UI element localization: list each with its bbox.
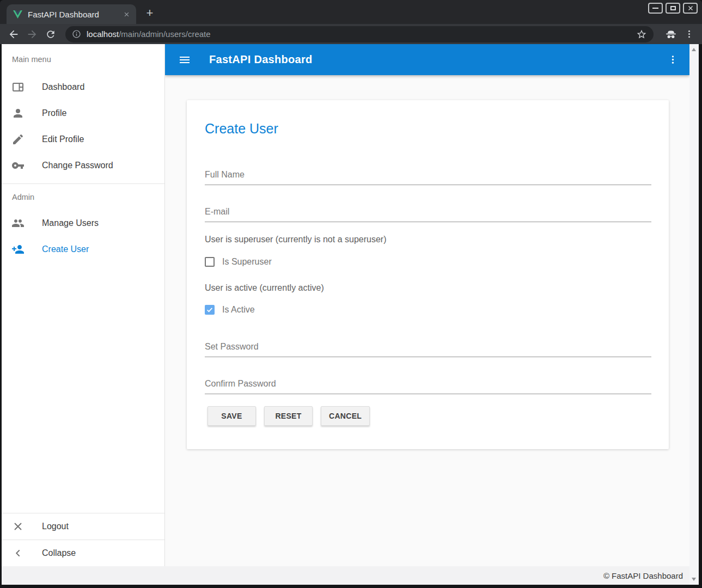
sidebar-bottom: Logout Collapse [2,513,164,566]
minimize-icon [652,8,658,9]
sidebar-section-header-main-menu: Main menu [2,44,164,74]
is-active-checkbox[interactable]: Is Active [205,305,651,315]
set-password-input[interactable] [205,341,651,357]
url-path: /main/admin/users/create [119,29,210,39]
confirm-password-field-wrap [205,378,651,394]
page-content: Create User User is superuser (currently… [165,75,689,566]
kebab-menu-icon [684,29,694,39]
incognito-icon [664,28,677,41]
address-bar[interactable]: localhost/main/admin/users/create [65,26,654,42]
key-icon [11,159,25,172]
checkbox-label: Is Active [222,305,255,315]
full-name-field-wrap [205,169,651,185]
confirm-password-input[interactable] [205,378,651,394]
sidebar-item-label: Manage Users [42,218,99,228]
cancel-button[interactable]: CANCEL [321,406,370,426]
app-window: Main menu Dashboard Profile Edit Profile… [2,44,699,585]
form-buttons: SAVE RESET CANCEL [207,406,651,426]
maximize-icon [670,6,676,10]
sidebar-item-change-password[interactable]: Change Password [2,152,164,179]
sidebar-item-dashboard[interactable]: Dashboard [2,74,164,100]
app-title: FastAPI Dashboard [209,53,313,66]
scroll-down-arrow[interactable] [692,578,696,581]
pencil-icon [11,133,25,146]
active-caption: User is active (currently active) [205,282,651,294]
star-icon [636,29,647,40]
person-icon [11,107,25,120]
scrollbar[interactable] [689,44,699,585]
sidebar-item-create-user[interactable]: Create User [2,236,164,262]
page-title: Create User [205,100,651,137]
copyright-text: © FastAPI Dashboard [603,571,683,580]
site-info-icon[interactable] [72,29,81,39]
back-icon [8,28,20,40]
sidebar-item-edit-profile[interactable]: Edit Profile [2,126,164,152]
forward-icon [26,28,38,40]
url-text: localhost/main/admin/users/create [87,29,211,39]
tab-strip: FastAPI Dashboard + [0,0,702,24]
close-icon [11,520,25,533]
page-footer: © FastAPI Dashboard [2,566,689,585]
app-bar: FastAPI Dashboard [165,44,689,75]
email-input[interactable] [205,206,651,222]
sidebar-item-label: Create User [42,244,89,254]
url-host: localhost [87,29,119,39]
kebab-menu-icon [667,54,679,65]
create-user-card: Create User User is superuser (currently… [187,100,669,449]
sidebar: Main menu Dashboard Profile Edit Profile… [2,44,165,566]
is-superuser-checkbox[interactable]: Is Superuser [205,257,651,267]
save-button[interactable]: SAVE [207,406,256,426]
email-field-wrap [205,206,651,222]
scroll-up-arrow[interactable] [692,48,696,51]
sidebar-item-label: Change Password [42,161,113,170]
browser-menu-button[interactable] [684,29,694,39]
sidebar-item-manage-users[interactable]: Manage Users [2,210,164,236]
new-tab-button[interactable]: + [143,7,157,21]
app-menu-button[interactable] [667,54,679,65]
sidebar-item-label: Profile [42,108,66,118]
back-button[interactable] [4,27,23,42]
sidebar-item-label: Dashboard [42,82,84,92]
hamburger-icon [178,53,191,66]
close-button[interactable] [683,3,698,14]
browser-toolbar: localhost/main/admin/users/create [0,24,702,44]
main-area: FastAPI Dashboard Create User User is su… [165,44,689,566]
reset-button[interactable]: RESET [264,406,313,426]
close-icon [687,5,694,11]
refresh-button[interactable] [41,27,60,42]
window-controls [648,3,698,14]
sidebar-item-collapse[interactable]: Collapse [2,540,164,566]
maximize-button[interactable] [666,3,680,14]
vue-logo-icon [13,10,22,19]
sidebar-item-profile[interactable]: Profile [2,100,164,126]
people-icon [11,217,25,230]
checkbox-label: Is Superuser [222,257,272,267]
sidebar-item-label: Edit Profile [42,134,84,144]
full-name-input[interactable] [205,169,651,185]
person-add-icon [11,243,25,256]
refresh-icon [45,29,56,40]
set-password-field-wrap [205,341,651,357]
superuser-caption: User is superuser (currently is not a su… [205,234,651,246]
sidebar-item-label: Collapse [42,548,76,558]
sidebar-item-logout[interactable]: Logout [2,513,164,540]
hamburger-menu-button[interactable] [178,53,191,66]
dashboard-icon [11,81,25,94]
minimize-button[interactable] [648,3,663,14]
sidebar-item-label: Logout [42,522,69,531]
forward-button[interactable] [23,27,41,42]
bookmark-star-button[interactable] [634,27,649,42]
sidebar-section-header-admin: Admin [2,184,164,210]
tab-title: FastAPI Dashboard [28,10,121,19]
checkbox-unchecked-icon [205,257,215,267]
tab-close-icon[interactable] [121,9,132,20]
browser-tab[interactable]: FastAPI Dashboard [7,4,136,24]
checkbox-checked-icon [205,305,215,315]
chevron-left-icon [11,547,25,560]
